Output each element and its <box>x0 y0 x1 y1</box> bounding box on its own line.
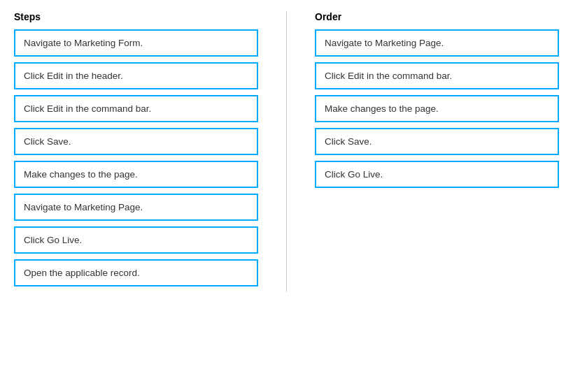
list-item[interactable]: Click Edit in the header. <box>14 62 258 89</box>
list-item[interactable]: Navigate to Marketing Page. <box>14 194 258 221</box>
main-layout: Steps Navigate to Marketing Form.Click E… <box>14 11 559 292</box>
list-item[interactable]: Navigate to Marketing Form. <box>14 29 258 57</box>
list-item[interactable]: Open the applicable record. <box>14 259 258 286</box>
steps-column: Steps Navigate to Marketing Form.Click E… <box>14 11 258 292</box>
list-item[interactable]: Click Save. <box>14 128 258 155</box>
list-item[interactable]: Make changes to the page. <box>315 95 559 122</box>
list-item[interactable]: Click Go Live. <box>315 161 559 188</box>
list-item[interactable]: Click Go Live. <box>14 226 258 254</box>
list-item[interactable]: Navigate to Marketing Page. <box>315 29 559 57</box>
order-header: Order <box>315 11 559 22</box>
column-divider <box>286 11 287 292</box>
list-item[interactable]: Make changes to the page. <box>14 161 258 188</box>
list-item[interactable]: Click Save. <box>315 128 559 155</box>
list-item[interactable]: Click Edit in the command bar. <box>315 62 559 89</box>
order-column: Order Navigate to Marketing Page.Click E… <box>315 11 559 292</box>
order-list: Navigate to Marketing Page.Click Edit in… <box>315 29 559 188</box>
steps-list: Navigate to Marketing Form.Click Edit in… <box>14 29 258 286</box>
steps-header: Steps <box>14 11 258 22</box>
list-item[interactable]: Click Edit in the command bar. <box>14 95 258 122</box>
